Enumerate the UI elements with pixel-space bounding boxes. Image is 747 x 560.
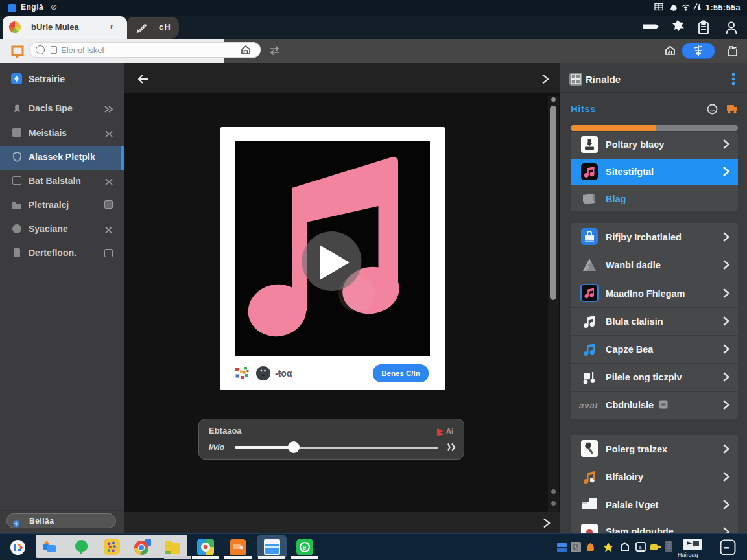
svg-text:1:55:55a: 1:55:55a — [706, 3, 741, 12]
svg-text:a: a — [639, 544, 642, 550]
svg-text:e: e — [303, 544, 307, 551]
